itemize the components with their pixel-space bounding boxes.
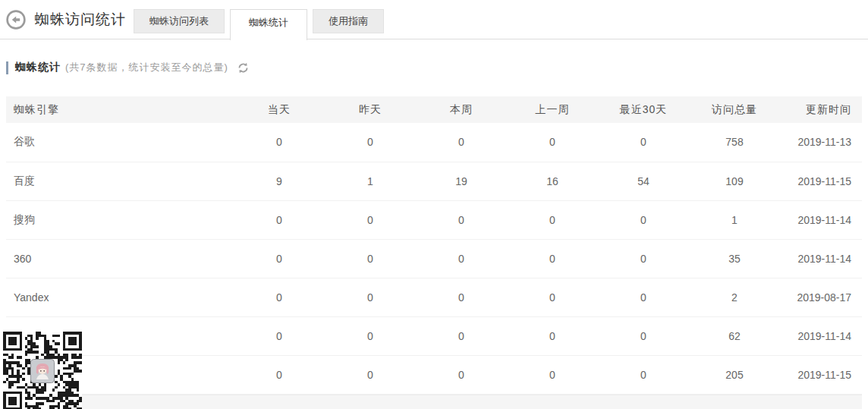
- table-row: Yandex0000022019-08-17: [6, 278, 862, 316]
- column-header: 最近30天: [598, 96, 689, 123]
- cell-value: 16: [507, 162, 598, 200]
- cell-value: 0: [325, 123, 416, 162]
- cell-updated: 2019-11-14: [780, 316, 862, 355]
- arrow-left-circle-icon: [6, 10, 26, 30]
- column-header: 上一周: [507, 96, 598, 123]
- cell-value: 0: [325, 278, 416, 316]
- cell-value: 9: [234, 162, 325, 200]
- table-row: 百度911916541092019-11-15: [6, 162, 862, 200]
- cell-engine: 谷歌: [6, 123, 234, 162]
- cell-value: 0: [416, 123, 507, 162]
- cell-updated: 2019-11-15: [780, 355, 862, 394]
- cell-value: 2: [689, 278, 780, 316]
- cell-value: 0: [598, 316, 689, 355]
- cell-value: 0: [416, 316, 507, 355]
- table-row: 36000000352019-11-14: [6, 239, 862, 278]
- table-row: 00000622019-11-14: [6, 316, 862, 355]
- cell-engine: 百度: [6, 162, 234, 200]
- column-header: 蜘蛛引擎: [6, 96, 234, 123]
- cell-value: 0: [507, 123, 598, 162]
- cell-value: 758: [689, 123, 780, 162]
- qr-code-image: [3, 332, 82, 409]
- cell-value: 0: [416, 200, 507, 239]
- cell-updated: 2019-11-15: [780, 162, 862, 200]
- table-header-row: 蜘蛛引擎当天昨天本周上一周最近30天访问总量更新时间: [6, 96, 862, 123]
- cell-value: 205: [689, 355, 780, 394]
- cell-value: 0: [598, 123, 689, 162]
- footer-band: [6, 395, 862, 409]
- section-title: 蜘蛛统计: [15, 61, 61, 74]
- cell-value: 0: [416, 239, 507, 278]
- refresh-icon: [237, 62, 249, 74]
- cell-value: 35: [689, 239, 780, 278]
- cell-engine: Yandex: [6, 278, 234, 316]
- cell-value: 0: [507, 316, 598, 355]
- cell-value: 54: [598, 162, 689, 200]
- cell-value: 0: [234, 316, 325, 355]
- cell-value: 62: [689, 316, 780, 355]
- tab-usage-guide[interactable]: 使用指南: [313, 9, 384, 33]
- cell-value: 0: [234, 200, 325, 239]
- cell-value: 0: [507, 278, 598, 316]
- cell-value: 0: [325, 355, 416, 394]
- tab-spider-visit-list[interactable]: 蜘蛛访问列表: [134, 9, 225, 33]
- cell-engine: 搜狗: [6, 200, 234, 239]
- cell-value: 0: [234, 278, 325, 316]
- section-header: 蜘蛛统计 (共7条数据，统计安装至今的总量): [6, 60, 868, 75]
- cell-updated: 2019-08-17: [780, 278, 862, 316]
- cell-updated: 2019-11-14: [780, 239, 862, 278]
- cell-value: 0: [598, 200, 689, 239]
- cell-value: 19: [416, 162, 507, 200]
- cell-value: 0: [234, 355, 325, 394]
- cell-value: 0: [234, 239, 325, 278]
- cell-value: 0: [416, 278, 507, 316]
- cell-value: 0: [416, 355, 507, 394]
- column-header: 本周: [416, 96, 507, 123]
- tab-spider-stats[interactable]: 蜘蛛统计: [230, 9, 307, 40]
- accent-bar: [6, 61, 8, 74]
- cell-engine: 360: [6, 239, 234, 278]
- cell-updated: 2019-11-13: [780, 123, 862, 162]
- cell-value: 0: [598, 355, 689, 394]
- back-button[interactable]: [6, 10, 26, 30]
- top-bar: 蜘蛛访问统计 蜘蛛访问列表蜘蛛统计使用指南: [0, 0, 868, 39]
- cell-value: 1: [325, 162, 416, 200]
- cell-value: 0: [598, 239, 689, 278]
- tab-bar: 蜘蛛访问列表蜘蛛统计使用指南: [134, 9, 389, 40]
- column-header: 昨天: [325, 96, 416, 123]
- cell-updated: 2019-11-14: [780, 200, 862, 239]
- cell-value: 0: [325, 200, 416, 239]
- cell-value: 0: [325, 316, 416, 355]
- column-header: 更新时间: [780, 96, 862, 123]
- cell-value: 0: [234, 123, 325, 162]
- column-header: 访问总量: [689, 96, 780, 123]
- spider-stats-table: 蜘蛛引擎当天昨天本周上一周最近30天访问总量更新时间 谷歌00000758201…: [6, 96, 862, 395]
- table-row: 000002052019-11-15: [6, 355, 862, 394]
- cell-value: 0: [325, 239, 416, 278]
- cell-value: 0: [507, 239, 598, 278]
- table-row: 搜狗0000012019-11-14: [6, 200, 862, 239]
- page-title: 蜘蛛访问统计: [35, 10, 126, 30]
- cell-value: 109: [689, 162, 780, 200]
- cell-value: 0: [598, 278, 689, 316]
- refresh-button[interactable]: [237, 62, 249, 74]
- cell-value: 0: [507, 355, 598, 394]
- avatar: [30, 359, 55, 383]
- section-subtitle: (共7条数据，统计安装至今的总量): [65, 61, 228, 74]
- cell-value: 1: [689, 200, 780, 239]
- cell-value: 0: [507, 200, 598, 239]
- table-row: 谷歌000007582019-11-13: [6, 123, 862, 162]
- column-header: 当天: [234, 96, 325, 123]
